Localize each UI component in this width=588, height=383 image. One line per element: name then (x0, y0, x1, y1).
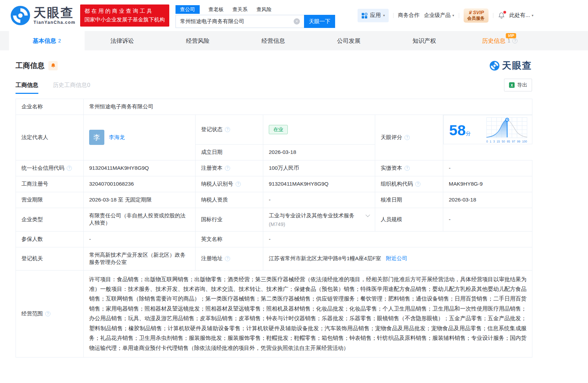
field-label: 企业类型 (21, 216, 43, 223)
company-name-value: 常州恒途电子商务有限公司 (84, 99, 532, 115)
org-code-value: MAK9HY8G-9 (443, 176, 532, 192)
score-axis-tick: 1 (490, 140, 492, 143)
industry-cell: 工业与专业设计及其他专业技术服务 (M749) (263, 208, 375, 231)
section-tab-bar: 基本信息 2 法律诉讼 经营风险 经营信息 公司发展 知识产权 历史信息 1 ?… (0, 31, 588, 50)
legal-rep-link[interactable]: 李海龙 (109, 134, 125, 141)
notification-bell-button[interactable] (498, 12, 505, 19)
insured-count-value: - (84, 231, 196, 247)
subtab-business-info[interactable]: 工商信息 (16, 81, 38, 94)
apps-menu[interactable]: 应用 ▾ (358, 9, 389, 22)
field-label: 成立日期 (201, 149, 222, 156)
english-name-value: - (263, 231, 532, 247)
chevron-down-icon: ▾ (453, 14, 454, 18)
staff-size-value: - (443, 208, 532, 231)
help-icon[interactable]: ? (405, 135, 410, 140)
tab-legal-proceedings[interactable]: 法律诉讼 (85, 31, 160, 50)
help-icon[interactable]: ? (512, 38, 518, 43)
svip-member-button[interactable]: ♛ SVIP 会员服务 (464, 8, 489, 22)
table-row: 登记机关 常州高新技术产业开发区（新北区）政务服务管理办公室 注册地址? 江苏省… (16, 247, 532, 270)
chevron-down-icon[interactable] (366, 213, 370, 217)
field-label: 核准日期 (381, 196, 402, 204)
search-button[interactable]: 天眼一下 (304, 15, 335, 28)
subscribe-bell-button[interactable] (48, 61, 58, 70)
excel-icon: X (509, 82, 515, 88)
tab-label: 经营风险 (186, 37, 209, 45)
tab-history-info[interactable]: 历史信息 1 ? VIP (462, 31, 538, 50)
search-tab-boss[interactable]: 查老板 (209, 6, 224, 13)
main-content: 工商信息 天眼查 工商信息 历史工商信息0 X (16, 59, 532, 357)
help-icon[interactable]: ? (415, 181, 420, 187)
field-label: 登记状态 (201, 126, 222, 133)
tab-label: 基本信息 (32, 37, 56, 45)
tab-company-development[interactable]: 公司发展 (311, 31, 387, 50)
tianyancha-watermark-icon (490, 61, 500, 71)
help-icon[interactable]: ? (67, 166, 72, 171)
help-icon[interactable]: ? (225, 166, 230, 171)
tab-operation-risk[interactable]: 经营风险 (160, 31, 236, 50)
bell-icon (50, 63, 56, 68)
help-icon[interactable]: ? (225, 256, 230, 261)
field-label: 企业名称 (21, 103, 43, 110)
table-row: 参保人数 - 英文名称 - (16, 231, 532, 247)
business-cooperation-link[interactable]: 商务合作 (398, 12, 419, 19)
site-header: 天眼查 TianYanCha.com 都在用的商业查询工具 国家中小企业发展子基… (0, 0, 588, 31)
field-label: 纳税人资质 (201, 196, 228, 204)
score-axis-tick: 97 (512, 140, 515, 143)
business-scope-value: 许可项目：食品销售；出版物互联网销售；出版物零售；酒类经营；第三类医疗器械经营（… (89, 275, 527, 353)
promo-banner: 都在用的商业查询工具 国家中小企业发展子基金旗下机构 (80, 4, 170, 27)
export-button[interactable]: X 导出 (504, 79, 532, 91)
logo-domain-text: TianYanCha.com (34, 20, 76, 25)
business-info-table: 企业名称 常州恒途电子商务有限公司 法定代表人 李 李海龙 登记状态? 在业 天… (16, 99, 532, 357)
export-button-label: 导出 (517, 82, 527, 88)
field-label: 英文名称 (201, 236, 222, 243)
search-tab-relation[interactable]: 查关系 (233, 6, 248, 13)
credit-code-value: 91320411MAK9HY8G9Q (84, 160, 196, 176)
chevron-down-icon: ▾ (532, 14, 533, 18)
score-value: 58 (449, 122, 466, 138)
tab-basic-info[interactable]: 基本信息 2 (9, 31, 85, 50)
help-icon[interactable]: ? (236, 181, 241, 187)
score-axis-tick: 50 (502, 140, 505, 143)
score-axis-tick: 15 (497, 140, 500, 143)
search-tab-risk[interactable]: 查风险 (257, 6, 272, 13)
search-input[interactable] (176, 15, 304, 28)
score-axis-tick: 85 (507, 140, 510, 143)
help-icon[interactable]: ? (45, 311, 50, 316)
score-unit: 分 (466, 130, 471, 136)
tab-operation-info[interactable]: 经营信息 (236, 31, 311, 50)
reg-address-cell: 江苏省常州市新北区太湖中路8号1幢A座4层F室 附近公司 (263, 247, 532, 270)
field-label: 组织机构代码 (381, 180, 413, 188)
enterprise-products-link[interactable]: 企业级产品 ▾ (424, 12, 454, 19)
table-row: 统一社会信用代码? 91320411MAK9HY8G9Q 注册资本? 100万人… (16, 160, 532, 176)
field-label: 注册资本 (201, 165, 222, 172)
field-label: 注册地址 (201, 255, 222, 262)
header-right-nav: 应用 ▾ 商务合作 企业级产品 ▾ ♛ SVIP 会员服务 此处有... (358, 8, 533, 22)
tab-intellectual-property[interactable]: 知识产权 (387, 31, 462, 50)
notification-dot (503, 11, 506, 14)
establish-date-value: 2026-03-18 (263, 144, 375, 160)
reg-authority-value: 常州高新技术产业开发区（新北区）政务服务管理办公室 (84, 247, 196, 270)
field-label: 登记机关 (21, 255, 43, 262)
tianyan-score-cell: 58分 (443, 115, 532, 144)
tianyancha-logo[interactable]: 天眼查 TianYanCha.com (10, 6, 76, 26)
promo-banner-line1: 都在用的商业查询工具 (85, 7, 165, 16)
table-row: 企业名称 常州恒途电子商务有限公司 (16, 99, 532, 115)
tab-label: 经营信息 (262, 37, 285, 45)
divider (393, 13, 393, 18)
user-menu[interactable]: 此处有... ▾ (510, 12, 533, 19)
score-axis-tick: 3 (493, 140, 495, 143)
search-tab-company[interactable]: 查公司 (176, 5, 200, 14)
table-row: 营业期限 2026-03-18 至 无固定期限 纳税人资质 - 核准日期 202… (16, 192, 532, 208)
clear-icon[interactable]: × (294, 18, 300, 24)
help-icon[interactable]: ? (225, 127, 230, 132)
taxpayer-qualification-value: - (263, 192, 375, 208)
field-label: 工商注册号 (21, 180, 48, 188)
field-label: 实缴资本 (381, 165, 402, 172)
help-icon[interactable]: ? (405, 166, 410, 171)
section-title: 工商信息 (16, 61, 45, 70)
field-label: 纳税人识别号 (201, 180, 233, 188)
subtab-history-business-info[interactable]: 历史工商信息0 (53, 81, 90, 94)
business-term-value: 2026-03-18 至 无固定期限 (84, 192, 196, 208)
nearby-companies-link[interactable]: 附近公司 (386, 255, 407, 261)
reg-capital-value: 100万人民币 (263, 160, 375, 176)
